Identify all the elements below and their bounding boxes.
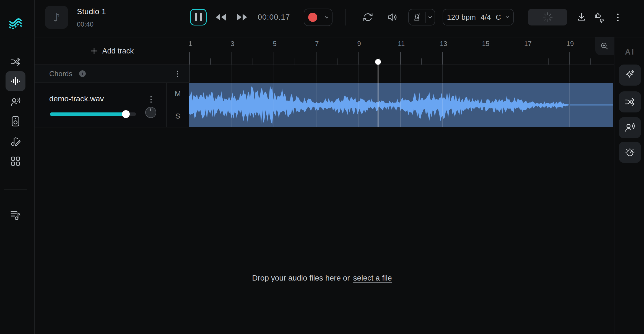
processing-button (528, 9, 567, 25)
tempo-signature-key-button[interactable]: 120 bpm 4/4 C (443, 9, 514, 25)
clip-bar-line (358, 83, 359, 127)
fast-forward-icon (237, 13, 248, 21)
plus-icon (90, 47, 98, 55)
app-logo (9, 18, 22, 29)
bar-number: 11 (398, 40, 405, 48)
pause-button[interactable] (190, 9, 207, 25)
master-volume-button[interactable] (386, 11, 398, 23)
record-icon[interactable] (308, 13, 317, 22)
ai-voice-button[interactable] (619, 117, 641, 138)
timeline-zoom-button[interactable] (595, 37, 614, 55)
sidebar-item-studio-active[interactable] (6, 71, 25, 91)
grid-line (189, 65, 190, 83)
ruler-tick-minor (210, 58, 211, 65)
split-arrows-icon (10, 57, 21, 66)
chords-label: Chords (49, 70, 72, 78)
speaker-cabinet-icon (11, 116, 20, 127)
loop-icon (363, 12, 373, 22)
ruler-tick-major (316, 52, 316, 65)
grid-line (316, 65, 316, 83)
clip-bar-line (274, 83, 274, 127)
loop-button[interactable] (362, 11, 374, 23)
sidebar-item-splitter[interactable] (10, 56, 21, 67)
dropzone: Drop your audio files here or select a f… (0, 274, 644, 282)
dropzone-text: Drop your audio files here or (252, 274, 350, 282)
ruler-tick-minor (421, 58, 422, 65)
track-pan-knob[interactable] (145, 107, 156, 118)
sidebar-item-amp[interactable] (10, 116, 21, 127)
add-track-label: Add track (102, 47, 134, 55)
project-duration: 00:40 (77, 20, 94, 28)
fast-forward-button[interactable] (236, 12, 248, 22)
clip-bar-line (400, 83, 401, 127)
mute-button[interactable]: M (167, 83, 189, 105)
waveform (189, 83, 613, 127)
audio-clip[interactable] (189, 83, 613, 127)
solo-button[interactable]: S (167, 105, 189, 127)
ruler-tick-major (569, 52, 570, 65)
ruler-tick-major (189, 52, 190, 65)
sidebar-item-setlist[interactable] (9, 209, 22, 221)
split-arrows-icon (625, 97, 635, 107)
download-button[interactable] (575, 11, 588, 23)
record-button-group[interactable] (304, 9, 333, 26)
grid-line (400, 65, 401, 83)
ruler-tick-minor (295, 58, 295, 65)
time-display: 00:00.17 (253, 9, 294, 25)
waveform-bars-icon (10, 76, 21, 87)
project-thumbnail[interactable]: ♪ (45, 6, 68, 29)
ai-section-label: AI (621, 48, 638, 56)
project-title: Studio 1 (77, 7, 106, 16)
ruler-tick-minor (590, 58, 591, 65)
thumbs-feedback-icon (594, 12, 605, 23)
kebab-menu-icon (177, 71, 178, 77)
ai-splitter-button[interactable] (619, 91, 641, 112)
clip-bar-line (569, 83, 570, 127)
chords-menu-button[interactable] (173, 69, 182, 79)
zoom-in-icon (600, 42, 609, 51)
sidebar-item-lyrics[interactable] (10, 136, 21, 147)
track-volume-slider[interactable] (50, 112, 136, 116)
studio-app: { "header": { "title": "Studio 1", "dura… (0, 0, 644, 334)
ruler-tick-major (358, 52, 359, 65)
download-icon (577, 12, 586, 22)
metronome-options-chevron[interactable] (426, 9, 435, 25)
pan-indicator (150, 108, 151, 111)
select-file-link[interactable]: select a file (353, 274, 392, 282)
sidebar-item-apps[interactable] (10, 156, 21, 167)
rewind-button[interactable] (214, 12, 227, 22)
bar-number: 3 (231, 40, 234, 48)
grid-line (527, 65, 527, 83)
playhead-line[interactable] (378, 65, 378, 127)
add-track-button[interactable]: Add track (77, 44, 147, 58)
volume-fill (50, 112, 126, 116)
rewind-icon (215, 13, 226, 21)
grid-line (442, 65, 443, 83)
audio-track-row (35, 83, 189, 127)
ai-magic-button[interactable] (619, 65, 641, 86)
mute-label: M (175, 89, 181, 98)
kebab-menu-icon (150, 96, 152, 103)
voice-person-icon (10, 97, 21, 107)
clip-bar-line (527, 83, 527, 127)
feedback-button[interactable] (594, 11, 606, 23)
playlist-note-icon (10, 209, 21, 221)
music-note-icon: ♪ (53, 11, 60, 24)
playhead-handle[interactable] (375, 59, 381, 65)
sidebar-item-voice[interactable] (10, 96, 21, 107)
speaker-volume-icon (387, 12, 398, 22)
metronome-button-group[interactable] (408, 9, 435, 25)
bar-number: 17 (524, 40, 532, 48)
track-menu-button[interactable] (147, 94, 155, 105)
header-menu-button[interactable] (612, 11, 623, 23)
voice-person-icon (625, 122, 635, 133)
left-sidebar (0, 0, 34, 334)
ruler-tick-minor (548, 58, 549, 65)
record-options-chevron[interactable] (322, 9, 331, 25)
grid-line (274, 65, 274, 83)
ai-tempo-dial-button[interactable] (619, 142, 641, 163)
track-name: demo-track.wav (49, 94, 104, 103)
chords-info-icon[interactable]: i (79, 70, 86, 77)
volume-thumb[interactable] (122, 110, 130, 118)
bar-number: 19 (567, 40, 574, 48)
